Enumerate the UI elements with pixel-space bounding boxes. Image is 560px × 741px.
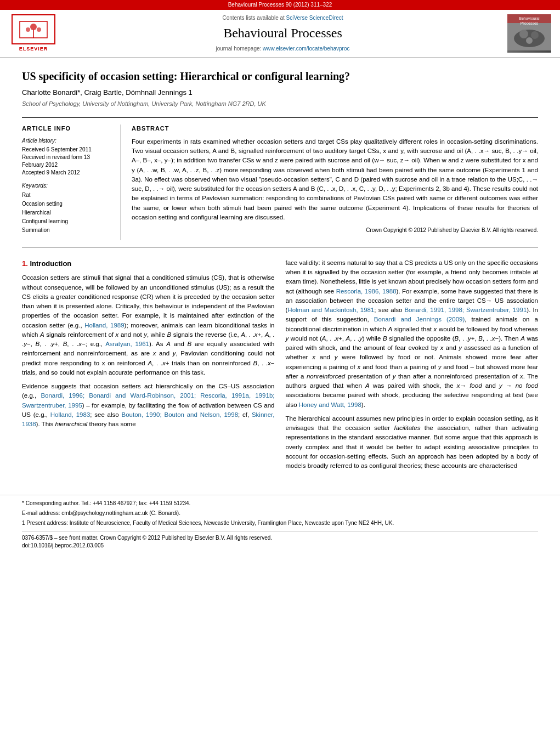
article-info-label: ARTICLE INFO — [22, 125, 111, 133]
section-title: Introduction — [30, 259, 71, 268]
keyword-hierarchical: Hierarchical — [22, 208, 111, 217]
elsevier-logo: ELSEVIER — [9, 14, 58, 53]
journal-issue-text: Behavioural Processes 90 (2012) 311–322 — [228, 2, 332, 8]
journal-thumb-inner: Behavioural Processes — [507, 14, 551, 53]
keyword-occasion: Occasion setting — [22, 200, 111, 208]
journal-title: Behavioural Processes — [69, 24, 496, 43]
article-authors: Charlotte Bonardi*, Craig Bartle, Dómhna… — [22, 88, 538, 98]
section1-heading: 1. Introduction — [22, 258, 275, 269]
journal-center: Contents lists available at SciVerse Sci… — [69, 14, 496, 53]
body-col-right: face validity: it seems natural to say t… — [286, 258, 539, 476]
col1-para1: Occasion setters are stimuli that signal… — [22, 273, 275, 377]
abstract-copyright: Crown Copyright © 2012 Published by Else… — [132, 227, 538, 234]
col2-para1: face validity: it seems natural to say t… — [286, 258, 539, 410]
section-number: 1. — [22, 259, 30, 268]
svg-text:Behavioural: Behavioural — [519, 16, 540, 20]
svg-point-10 — [519, 30, 528, 38]
issn-bar: 0376-6357/$ – see front matter. Crown Co… — [22, 531, 538, 550]
keyword-configural: Configural learning — [22, 217, 111, 226]
body-col-left: 1. Introduction Occasion setters are sti… — [22, 258, 275, 476]
article-title: US specificity of occasion setting: Hier… — [22, 69, 538, 83]
keyword-rat: Rat — [22, 191, 111, 200]
journal-issue-bar: Behavioural Processes 90 (2012) 311–322 — [0, 0, 560, 10]
abstract-text: Four experiments in rats examined whethe… — [132, 137, 538, 222]
svg-point-12 — [526, 37, 533, 44]
keywords-label: Keywords: — [22, 182, 111, 190]
elsevier-logo-box — [12, 14, 55, 44]
elsevier-text: ELSEVIER — [19, 46, 48, 53]
accepted-date: Accepted 9 March 2012 — [22, 169, 111, 177]
received-date: Received 6 September 2011 — [22, 146, 111, 154]
doi-text: doi:10.1016/j.beproc.2012.03.005 — [22, 542, 538, 550]
svg-text:Processes: Processes — [521, 21, 539, 25]
sciverse-anchor[interactable]: SciVerse ScienceDirect — [286, 15, 343, 21]
journal-header: ELSEVIER Contents lists available at Sci… — [0, 10, 560, 58]
page-wrapper: Behavioural Processes 90 (2012) 311–322 … — [0, 0, 560, 741]
journal-cover-image: Behavioural Processes — [507, 14, 551, 50]
history-label: Article history: — [22, 137, 111, 145]
article-affiliation: School of Psychology, University of Nott… — [22, 100, 538, 108]
keywords-section: Keywords: Rat Occasion setting Hierarchi… — [22, 182, 111, 235]
elsevier-tree-icon — [17, 19, 50, 41]
col1-para2: Evidence suggests that occasion setters … — [22, 382, 275, 429]
homepage-link[interactable]: www.elsevier.com/locate/behavproc — [263, 46, 349, 52]
sciverse-text: Contents lists available at — [222, 15, 286, 21]
footnote1: * Corresponding author. Tel.: +44 1158 4… — [22, 500, 538, 507]
article-info-abstract: ARTICLE INFO Article history: Received 6… — [22, 117, 538, 247]
abstract-label: ABSTRACT — [132, 125, 538, 133]
sciverse-link: Contents lists available at SciVerse Sci… — [69, 14, 496, 22]
article-info: ARTICLE INFO Article history: Received 6… — [22, 125, 121, 240]
svg-point-2 — [30, 24, 37, 30]
article-history: Article history: Received 6 September 20… — [22, 137, 111, 177]
journal-homepage: journal homepage: www.elsevier.com/locat… — [69, 45, 496, 53]
article-footer: * Corresponding author. Tel.: +44 1158 4… — [0, 495, 560, 555]
homepage-label: journal homepage: — [216, 46, 263, 52]
footnote2: 1 Present address: Institute of Neurosci… — [22, 519, 538, 527]
keyword-summation: Summation — [22, 226, 111, 235]
journal-thumbnail: Behavioural Processes — [507, 14, 551, 53]
body-columns: 1. Introduction Occasion setters are sti… — [22, 258, 538, 476]
revised-date: Received in revised form 13 February 201… — [22, 154, 111, 169]
keywords-list: Rat Occasion setting Hierarchical Config… — [22, 191, 111, 235]
svg-point-4 — [37, 27, 41, 32]
journal-header-band: Behavioural Processes 90 (2012) 311–322 … — [0, 0, 560, 58]
footnote1b: E-mail address: cmb@psychology.nottingha… — [22, 510, 538, 517]
svg-point-3 — [26, 27, 30, 32]
issn-text: 0376-6357/$ – see front matter. Crown Co… — [22, 534, 538, 542]
article-content: US specificity of occasion setting: Hier… — [0, 58, 560, 486]
abstract-section: ABSTRACT Four experiments in rats examin… — [132, 125, 538, 240]
svg-point-11 — [531, 31, 539, 39]
col2-para2: The hierarchical account assumes new pri… — [286, 414, 539, 471]
